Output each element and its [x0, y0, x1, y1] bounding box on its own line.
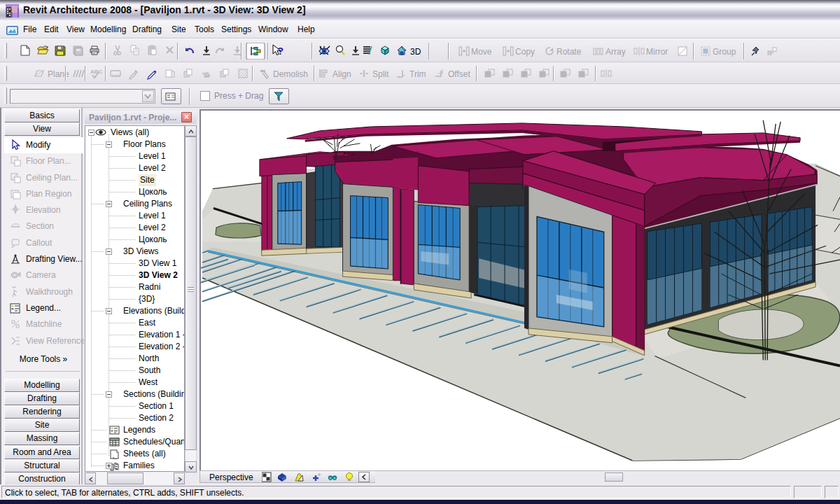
svg-text:Group: Group — [713, 47, 736, 57]
svg-text:Split: Split — [372, 69, 389, 79]
svg-text:Array: Array — [606, 47, 626, 57]
svg-text:Offset: Offset — [448, 69, 470, 79]
svg-text:Move: Move — [471, 47, 492, 57]
svg-text:Copy: Copy — [515, 47, 535, 57]
svg-text:Rotate: Rotate — [556, 47, 582, 57]
svg-text:Align: Align — [332, 69, 351, 79]
svg-text:3D: 3D — [410, 47, 421, 57]
svg-text:Trim: Trim — [410, 69, 426, 79]
svg-text:Demolish: Demolish — [273, 69, 308, 79]
svg-text:?: ? — [277, 45, 284, 57]
svg-text:Mirror: Mirror — [646, 47, 668, 57]
